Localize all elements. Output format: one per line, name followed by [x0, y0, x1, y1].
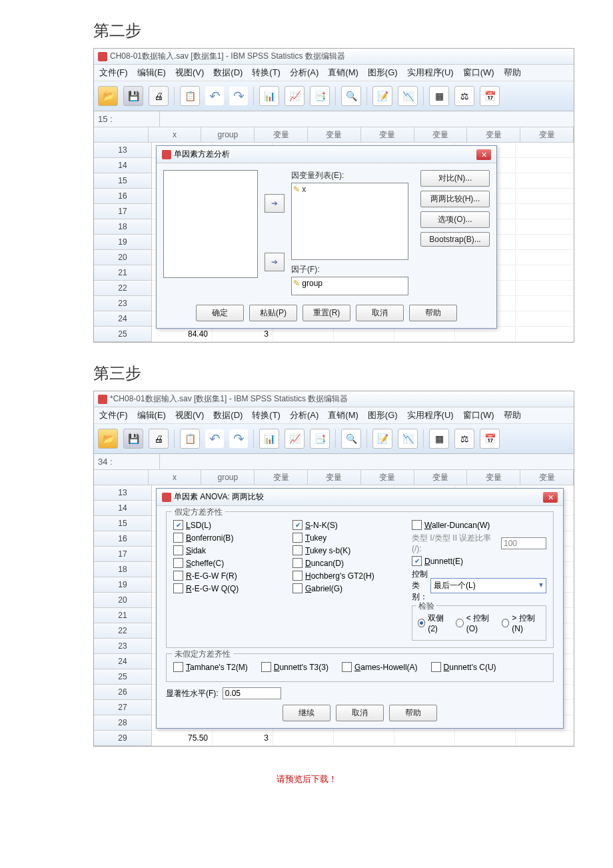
row-header[interactable]: 13 [94, 485, 151, 501]
dependent-list[interactable]: ✎ x [291, 183, 408, 260]
column-header[interactable]: x [149, 470, 202, 485]
row-header[interactable]: 22 [94, 623, 151, 639]
grid-cell[interactable] [394, 327, 455, 341]
row-header[interactable]: 19 [94, 235, 151, 250]
grid-cell[interactable] [334, 731, 394, 745]
close-icon[interactable]: ✕ [476, 149, 491, 160]
find-icon[interactable]: 📑 [310, 429, 330, 449]
row-header[interactable]: 24 [94, 311, 151, 327]
row-header[interactable]: 16 [94, 531, 151, 547]
grid-cell[interactable] [455, 731, 516, 745]
row-header[interactable]: 18 [94, 219, 151, 235]
checkbox-option[interactable]: Scheffe(C) [173, 558, 283, 568]
grid-cell[interactable] [516, 158, 574, 173]
column-header[interactable] [94, 470, 149, 485]
redo-icon[interactable]: ↷ [229, 429, 248, 448]
checkbox-option[interactable]: Hochberg's GT2(H) [293, 571, 402, 581]
grid-cell[interactable] [516, 311, 574, 326]
menu-item[interactable]: 实用程序(U) [407, 410, 454, 420]
checkbox-option[interactable]: Tukey [293, 533, 402, 543]
menu-item[interactable]: 窗口(W) [463, 410, 494, 420]
column-header[interactable]: 变量 [414, 470, 468, 485]
grid-cell[interactable] [273, 327, 334, 341]
grid-cell[interactable] [516, 327, 574, 341]
row-header[interactable]: 25 [94, 669, 151, 685]
grid-icon[interactable]: ▦ [429, 429, 449, 449]
row-header[interactable]: 26 [94, 685, 151, 700]
checkbox-option[interactable]: ✔S-N-K(S) [293, 520, 402, 530]
column-header[interactable]: 变量 [255, 470, 308, 485]
grid-cell[interactable]: 75.50 [152, 731, 213, 745]
column-header[interactable]: group [201, 127, 255, 142]
toolbar-2[interactable]: 📂 💾 🖨 📋 ↶ ↷ 📊 📈 📑 🔍 📝 📉 ▦ ⚖ 📅 [94, 424, 574, 454]
menu-item[interactable]: 分析(A) [290, 67, 318, 77]
menu-item[interactable]: 帮助 [504, 410, 521, 420]
radio-option[interactable]: 双侧(2) [418, 613, 449, 633]
checkbox-option[interactable]: Tukey s-b(K) [293, 545, 402, 555]
menu-item[interactable]: 图形(G) [368, 410, 398, 420]
column-header[interactable]: 变量 [520, 127, 574, 142]
checkbox-option[interactable]: Tamhane's T2(M) [173, 662, 248, 672]
dialog-side-button[interactable]: 对比(N)... [420, 170, 490, 187]
grid-cell[interactable] [516, 281, 574, 295]
menu-item[interactable]: 视图(V) [175, 410, 204, 420]
grid-cell[interactable] [516, 296, 574, 311]
significance-input[interactable] [223, 687, 281, 699]
scale-icon[interactable]: ⚖ [454, 429, 474, 449]
menu-item[interactable]: 数据(D) [213, 67, 243, 77]
move-to-factor-button[interactable]: ➔ [265, 253, 285, 271]
row-header[interactable]: 20 [94, 593, 151, 608]
factor-field[interactable]: ✎ group [291, 277, 408, 295]
undo-icon[interactable]: ↶ [205, 429, 224, 448]
control-category-dropdown[interactable]: 最后一个(L) [430, 578, 546, 593]
menu-item[interactable]: 转换(T) [252, 67, 281, 77]
dialog-side-button[interactable]: 两两比较(H)... [420, 191, 490, 207]
grid-cell[interactable] [516, 143, 574, 157]
row-header[interactable]: 25 [94, 327, 151, 342]
row-header[interactable]: 23 [94, 639, 151, 654]
recall-icon[interactable]: 📋 [180, 86, 200, 106]
row-header[interactable]: 27 [94, 700, 151, 715]
grid-cell[interactable] [455, 327, 516, 341]
checkbox-option[interactable]: Dunnett's T3(3) [261, 662, 328, 672]
row-header[interactable]: 17 [94, 547, 151, 562]
menu-item[interactable]: 编辑(E) [137, 410, 166, 420]
checkbox-option[interactable]: Duncan(D) [293, 558, 402, 568]
chart-icon[interactable]: 📉 [398, 429, 418, 449]
grid-cell[interactable]: 84.40 [152, 327, 213, 341]
row-header[interactable]: 23 [94, 296, 151, 311]
close-icon[interactable]: ✕ [543, 492, 558, 503]
radio-option[interactable]: < 控制(O) [456, 613, 495, 633]
insert-icon[interactable]: 📝 [372, 429, 392, 449]
menu-item[interactable]: 直销(M) [328, 67, 358, 77]
menu-item[interactable]: 图形(G) [368, 67, 398, 77]
menu-item[interactable]: 实用程序(U) [407, 67, 454, 77]
checkbox-option[interactable]: Games-Howell(A) [342, 662, 418, 672]
row-header[interactable]: 14 [94, 501, 151, 516]
grid-cell[interactable] [516, 265, 574, 280]
menu-item[interactable]: 编辑(E) [137, 67, 166, 77]
menu-item[interactable]: 文件(F) [99, 67, 128, 77]
checkbox-option[interactable]: R-E-G-W Q(Q) [173, 583, 283, 593]
grid-cell[interactable]: 3 [213, 731, 273, 745]
grid-cell[interactable] [516, 173, 574, 188]
print-icon[interactable]: 🖨 [149, 429, 169, 449]
row-header[interactable]: 14 [94, 158, 151, 173]
menubar-1[interactable]: 文件(F)编辑(E)视图(V)数据(D)转换(T)分析(A)直销(M)图形(G)… [94, 65, 574, 81]
binoculars-icon[interactable]: 🔍 [341, 429, 361, 449]
print-icon[interactable]: 🖨 [149, 86, 169, 106]
checkbox-option[interactable]: Waller-Duncan(W) [412, 520, 546, 530]
dialog-footer-button[interactable]: 取消 [336, 705, 384, 721]
dialog-footer-button[interactable]: 确定 [196, 305, 244, 321]
row-header[interactable]: 19 [94, 577, 151, 593]
checkbox-option[interactable]: R-E-G-W F(R) [173, 571, 283, 581]
checkbox-option[interactable]: Dunnett's C(U) [431, 662, 496, 672]
scale-icon[interactable]: ⚖ [454, 86, 474, 106]
menu-item[interactable]: 直销(M) [328, 410, 358, 420]
column-header[interactable]: x [149, 127, 202, 142]
save-icon[interactable]: 💾 [123, 86, 143, 106]
grid-cell[interactable] [516, 731, 574, 745]
menu-item[interactable]: 分析(A) [290, 410, 318, 420]
menubar-2[interactable]: 文件(F)编辑(E)视图(V)数据(D)转换(T)分析(A)直销(M)图形(G)… [94, 407, 574, 424]
dialog-footer-button[interactable]: 继续 [283, 705, 330, 721]
